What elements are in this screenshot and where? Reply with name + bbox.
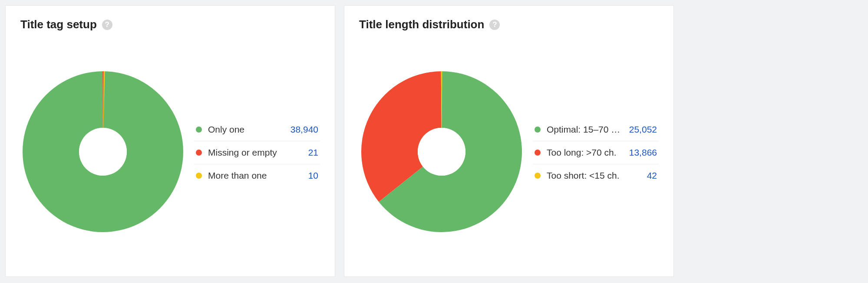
card-title-tag-setup: Title tag setup ? Only one 38,940 Missin… — [5, 5, 335, 277]
legend-value: 25,052 — [629, 124, 657, 135]
card-header: Title length distribution ? — [359, 18, 659, 31]
card-title-length-distribution: Title length distribution ? Optimal: 15–… — [344, 5, 674, 277]
donut-chart — [359, 69, 524, 236]
legend: Only one 38,940 Missing or empty 21 More… — [194, 118, 320, 187]
legend-row[interactable]: Too short: <15 ch. 42 — [533, 164, 659, 187]
legend-swatch — [196, 127, 202, 133]
legend-swatch — [535, 150, 541, 156]
legend-swatch — [535, 173, 541, 179]
card-body: Only one 38,940 Missing or empty 21 More… — [20, 39, 320, 266]
legend-value: 42 — [647, 170, 657, 181]
card-body: Optimal: 15–70 ch. 25,052 Too long: >70 … — [359, 39, 659, 266]
legend-label: Optimal: 15–70 ch. — [547, 124, 623, 135]
legend-value: 38,940 — [290, 124, 318, 135]
dashboard-row: Title tag setup ? Only one 38,940 Missin… — [0, 0, 868, 283]
legend-row[interactable]: Missing or empty 21 — [194, 141, 320, 164]
legend-row[interactable]: Too long: >70 ch. 13,866 — [533, 141, 659, 164]
help-icon[interactable]: ? — [102, 20, 112, 30]
legend-row[interactable]: More than one 10 — [194, 164, 320, 187]
legend-label: Only one — [208, 124, 284, 135]
cards-container: Title tag setup ? Only one 38,940 Missin… — [5, 5, 674, 278]
legend-label: Missing or empty — [208, 147, 302, 158]
legend-swatch — [196, 173, 202, 179]
legend-swatch — [535, 127, 541, 133]
card-header: Title tag setup ? — [20, 18, 320, 31]
legend-label: Too short: <15 ch. — [547, 170, 641, 181]
donut-hole — [418, 128, 465, 176]
legend-label: More than one — [208, 170, 302, 181]
legend-row[interactable]: Only one 38,940 — [194, 118, 320, 141]
help-icon[interactable]: ? — [489, 20, 500, 30]
donut-chart — [20, 69, 185, 236]
legend-value: 21 — [308, 147, 318, 158]
card-title: Title tag setup — [20, 18, 97, 31]
legend-row[interactable]: Optimal: 15–70 ch. 25,052 — [533, 118, 659, 141]
legend: Optimal: 15–70 ch. 25,052 Too long: >70 … — [533, 118, 659, 187]
donut-svg — [359, 69, 524, 234]
donut-svg — [20, 69, 185, 234]
legend-swatch — [196, 150, 202, 156]
legend-label: Too long: >70 ch. — [547, 147, 623, 158]
legend-value: 13,866 — [629, 147, 657, 158]
legend-value: 10 — [308, 170, 318, 181]
donut-hole — [79, 128, 127, 176]
card-title: Title length distribution — [359, 18, 484, 31]
